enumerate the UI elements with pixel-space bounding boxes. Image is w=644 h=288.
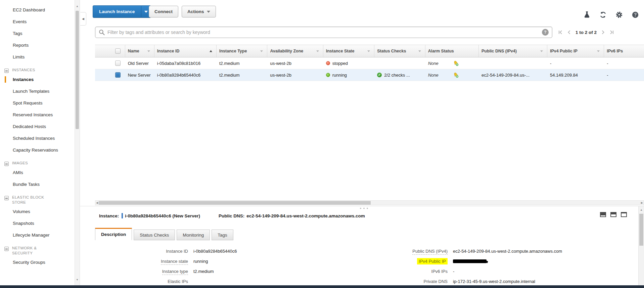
public-dns-label: Public DNS: — [219, 213, 244, 218]
sidebar-collapse-handle[interactable]: ◀ — [80, 12, 86, 26]
search-help-icon[interactable] — [542, 29, 549, 36]
cell-status-checks: 2/2 checks ... — [374, 69, 425, 81]
tab-status-checks[interactable]: Status Checks — [134, 230, 175, 240]
sidebar-item-bundle-tasks[interactable]: Bundle Tasks — [0, 178, 75, 190]
launch-instance-label[interactable]: Launch Instance — [93, 5, 141, 18]
row-checkbox[interactable] — [115, 60, 121, 66]
actions-button[interactable]: Actions — [182, 6, 216, 17]
section-label: IMAGES — [12, 161, 28, 166]
connect-button[interactable]: Connect — [149, 6, 178, 17]
filter-caret-icon[interactable] — [540, 50, 543, 52]
launch-instance-button[interactable]: Launch Instance — [93, 5, 151, 18]
sidebar-item-volumes[interactable]: Volumes — [0, 206, 75, 217]
column-label: Name — [128, 49, 139, 53]
filter-caret-icon[interactable] — [367, 50, 370, 52]
create-alarm-bell-icon[interactable] — [453, 72, 459, 78]
sidebar-item-security-groups[interactable]: Security Groups — [0, 256, 75, 268]
chevron-down-icon — [144, 11, 148, 13]
table-row-old-server[interactable]: Old Server i-05daba7a08c81b016 t2.medium… — [95, 57, 644, 69]
column-header-status-checks[interactable]: Status Checks — [374, 45, 425, 57]
column-header-availability-zone[interactable]: Availability Zone — [267, 45, 323, 57]
collapse-toggle-icon[interactable] — [4, 69, 9, 73]
description-fields-right: Public DNS (IPv4) ec2-54-149-209-84.us-w… — [322, 246, 641, 286]
tab-description[interactable]: Description — [95, 228, 132, 240]
console-utility-icons — [583, 11, 639, 19]
column-header-instance-id[interactable]: Instance ID — [154, 45, 217, 57]
filter-caret-icon[interactable] — [418, 50, 421, 52]
sidebar-item-limits[interactable]: Limits — [0, 51, 75, 63]
sidebar-item-launch-templates[interactable]: Launch Templates — [0, 85, 75, 97]
section-label: NETWORK & SECURITY — [12, 246, 56, 256]
first-page-icon[interactable] — [558, 30, 563, 35]
panel-size-small-icon[interactable] — [600, 212, 606, 217]
sidebar-scrollbar[interactable]: ▲ ▼ — [75, 0, 80, 285]
sidebar-item-spot-requests[interactable]: Spot Requests — [0, 97, 75, 109]
column-header-public-dns[interactable]: Public DNS (IPv4) — [479, 45, 547, 57]
collapse-toggle-icon[interactable] — [4, 162, 9, 166]
sidebar-item-snapshots[interactable]: Snapshots — [0, 217, 75, 229]
sidebar-section-ebs: ELASTIC BLOCK STORE — [0, 195, 75, 205]
instances-table: Name Instance ID Instance Type Availabil… — [95, 45, 644, 81]
field-value-instance-state: running — [193, 259, 208, 264]
last-page-icon[interactable] — [609, 30, 614, 35]
alarm-status-label: None — [428, 61, 439, 66]
select-all-checkbox-cell[interactable] — [95, 45, 125, 57]
create-alarm-bell-icon[interactable] — [453, 60, 459, 67]
state-label: stopped — [332, 61, 348, 66]
panel-resize-handle[interactable] — [360, 208, 368, 209]
scroll-up-icon[interactable]: ▲ — [75, 5, 80, 8]
sidebar-item-ec2-dashboard[interactable]: EC2 Dashboard — [0, 4, 75, 16]
column-header-name[interactable]: Name — [125, 45, 154, 57]
sidebar-item-amis[interactable]: AMIs — [0, 167, 75, 178]
tab-tags[interactable]: Tags — [212, 230, 233, 240]
tab-monitoring[interactable]: Monitoring — [177, 230, 210, 240]
column-header-instance-state[interactable]: Instance State — [323, 45, 374, 57]
next-page-icon[interactable] — [601, 30, 605, 35]
horizontal-scrollbar[interactable]: ◀ ▶ — [95, 200, 644, 205]
sidebar-item-dedicated-hosts[interactable]: Dedicated Hosts — [0, 121, 75, 132]
scrollbar-thumb[interactable] — [76, 11, 79, 129]
detail-tabs: Description Status Checks Monitoring Tag… — [95, 228, 233, 240]
scroll-left-icon[interactable]: ◀ — [96, 201, 98, 205]
section-label: INSTANCES — [12, 68, 35, 73]
checks-passed-icon — [377, 73, 382, 77]
filter-caret-icon[interactable] — [260, 50, 263, 52]
column-header-ipv6-ips[interactable]: IPv6 IPs — [604, 45, 644, 57]
select-all-checkbox[interactable] — [115, 48, 121, 54]
alarm-status-label: None — [428, 73, 439, 78]
scroll-right-icon[interactable]: ▶ — [641, 201, 643, 205]
panel-size-large-icon[interactable] — [621, 212, 627, 217]
column-header-instance-type[interactable]: Instance Type — [217, 45, 267, 57]
filter-search-input[interactable] — [107, 30, 542, 35]
scroll-up-icon[interactable]: ▲ — [639, 208, 644, 211]
help-icon[interactable] — [631, 11, 639, 19]
sidebar-item-reports[interactable]: Reports — [0, 39, 75, 51]
scroll-down-icon[interactable]: ▼ — [75, 278, 80, 281]
scrollbar-thumb[interactable] — [639, 214, 643, 246]
scrollbar-thumb[interactable] — [99, 201, 371, 205]
panel-size-medium-icon[interactable] — [610, 212, 616, 217]
sidebar-item-scheduled-instances[interactable]: Scheduled Instances — [0, 132, 75, 144]
row-checkbox-checked[interactable] — [115, 72, 121, 78]
chevron-down-icon — [207, 11, 210, 13]
sidebar-item-lifecycle-manager[interactable]: Lifecycle Manager — [0, 229, 75, 241]
filter-search-bar[interactable] — [95, 27, 552, 38]
previous-page-icon[interactable] — [567, 30, 571, 35]
sidebar-item-capacity-reservations[interactable]: Capacity Reservations — [0, 144, 75, 156]
labs-flask-icon[interactable] — [583, 11, 591, 19]
table-row-new-server[interactable]: New Server i-0b80a9284b65440c6 t2.medium… — [95, 69, 644, 81]
sidebar-item-events[interactable]: Events — [0, 16, 75, 28]
collapse-toggle-icon[interactable] — [4, 247, 9, 251]
column-header-alarm-status[interactable]: Alarm Status — [425, 45, 479, 57]
description-fields-left: Instance ID i-0b80a9284b65440c6 Instance… — [95, 246, 317, 286]
column-header-ipv4-public-ip[interactable]: IPv4 Public IP — [547, 45, 604, 57]
filter-caret-icon[interactable] — [316, 50, 319, 52]
sidebar-item-reserved-instances[interactable]: Reserved Instances — [0, 109, 75, 121]
collapse-toggle-icon[interactable] — [4, 196, 9, 200]
settings-gear-icon[interactable] — [615, 11, 623, 19]
sidebar-item-instances[interactable]: Instances — [0, 74, 75, 85]
filter-caret-icon[interactable] — [597, 50, 600, 52]
sidebar-item-tags[interactable]: Tags — [0, 28, 75, 39]
refresh-icon[interactable] — [599, 11, 607, 19]
filter-caret-icon[interactable] — [147, 50, 150, 52]
